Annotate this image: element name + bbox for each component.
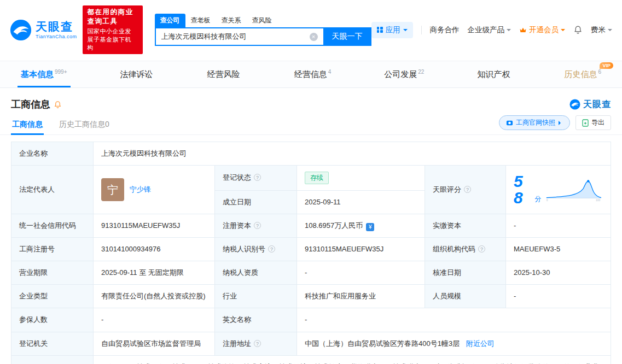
help-icon[interactable] bbox=[254, 174, 261, 181]
promo-banner: 都在用的商业查询工具 国家中小企业发展子基金旗下机构 bbox=[83, 5, 143, 54]
watermark-text: 天眼查 bbox=[583, 99, 611, 110]
tab-badge: 6 bbox=[598, 69, 601, 75]
label-credit-code: 统一社会信用代码 bbox=[11, 214, 94, 237]
search-area: 查公司 查老板 查关系 查风险 天眼一下 bbox=[155, 14, 371, 46]
reg-status-label-text: 登记状态 bbox=[223, 173, 251, 181]
value-industry: 科技推广和应用服务业 bbox=[297, 285, 425, 308]
chevron-down-icon bbox=[608, 29, 612, 33]
export-label: 导出 bbox=[591, 118, 604, 127]
brand-name: 天眼查 bbox=[36, 21, 77, 32]
enterprise-label: 企业级产品 bbox=[468, 25, 505, 35]
tab-legal-proceedings[interactable]: 法律诉讼 bbox=[117, 61, 158, 87]
value-english-name: - bbox=[297, 308, 611, 332]
label-reg-address: 注册地址 bbox=[215, 332, 297, 355]
value-insured-count: - bbox=[94, 308, 215, 332]
username: 费米 bbox=[591, 25, 606, 35]
tab-basic-info[interactable]: 基本信息999+ bbox=[18, 61, 71, 87]
value-taxpayer-id: 91310115MAEUEFW35J bbox=[297, 238, 425, 261]
score-unit: 分 bbox=[534, 194, 541, 206]
tianyancha-watermark: 天眼查 bbox=[569, 99, 611, 110]
tab-business-info[interactable]: 经营信息4 bbox=[291, 61, 335, 87]
value-reg-status: 存续 bbox=[297, 166, 425, 191]
vip-badge: VIP bbox=[600, 62, 613, 69]
value-staff-size: - bbox=[506, 285, 611, 308]
tianyancha-logo[interactable]: 天眼查 TianYanCha.com bbox=[10, 19, 77, 41]
score-trend-chart: 0 100 bbox=[545, 177, 603, 203]
chevron-down-icon bbox=[403, 29, 408, 33]
nav-business-cooperation[interactable]: 商务合作 bbox=[430, 25, 460, 35]
score-axis-tick: 100 bbox=[596, 198, 601, 202]
chevron-down-icon bbox=[507, 29, 511, 33]
tab-label: 法律诉讼 bbox=[120, 69, 153, 79]
subtab-history-business-info[interactable]: 历史工商信息0 bbox=[58, 114, 111, 134]
value-score: 58 分 0 100 bbox=[506, 166, 611, 214]
value-company-name: 上海次元模因科技有限公司 bbox=[94, 142, 611, 166]
help-icon[interactable] bbox=[268, 245, 275, 253]
search-button[interactable]: 天眼一下 bbox=[323, 27, 371, 46]
notification-bell-icon[interactable] bbox=[573, 25, 583, 34]
snapshot-label: 工商官网快照 bbox=[516, 118, 555, 127]
score-axis-tick: 0 bbox=[547, 198, 548, 202]
value-org-code: MAEUEFW3-5 bbox=[506, 238, 611, 261]
value-taxpayer-quality: - bbox=[297, 261, 425, 285]
label-taxpayer-quality: 纳税人资质 bbox=[215, 261, 297, 285]
help-icon[interactable] bbox=[254, 340, 261, 347]
subtab-actions: 工商官网快照 导出 bbox=[499, 115, 611, 133]
user-menu[interactable]: 费米 bbox=[591, 25, 612, 35]
help-icon[interactable] bbox=[254, 222, 261, 229]
label-staff-size: 人员规模 bbox=[425, 285, 506, 308]
subtab-business-info[interactable]: 工商信息 bbox=[11, 114, 44, 134]
label-company-type: 企业类型 bbox=[11, 285, 94, 308]
tab-history-info[interactable]: 历史信息6 VIP bbox=[561, 61, 604, 87]
help-icon[interactable] bbox=[464, 186, 471, 193]
table-row: 工商注册号 310141000934976 纳税人识别号 91310115MAE… bbox=[11, 238, 611, 261]
reg-capital-label-text: 注册资本 bbox=[223, 221, 251, 230]
reg-address-text: 中国（上海）自由贸易试验区芳春路400号1幢3层 bbox=[305, 339, 460, 348]
apps-label: 应用 bbox=[386, 25, 400, 35]
status-badge: 存续 bbox=[305, 172, 329, 184]
tab-company-development[interactable]: 公司发展22 bbox=[381, 61, 427, 87]
table-row: 企业名称 上海次元模因科技有限公司 bbox=[11, 142, 611, 166]
label-legal-rep: 法定代表人 bbox=[11, 166, 94, 214]
search-tab-company[interactable]: 查公司 bbox=[155, 14, 185, 27]
company-section-tabs: 基本信息999+ 法律诉讼 经营风险 经营信息4 公司发展22 知识产权 历史信… bbox=[0, 61, 622, 88]
tianyancha-logo-icon bbox=[10, 19, 32, 41]
nav-open-vip[interactable]: 开通会员 bbox=[519, 25, 565, 35]
apps-menu[interactable]: 应用 bbox=[371, 22, 413, 38]
search-tab-risk[interactable]: 查风险 bbox=[247, 14, 277, 27]
banner-line2: 国家中小企业发展子基金旗下机构 bbox=[88, 27, 138, 52]
chevron-down-icon bbox=[561, 29, 565, 33]
nearby-companies-link[interactable]: 附近公司 bbox=[466, 339, 495, 348]
official-snapshot-button[interactable]: 工商官网快照 bbox=[499, 115, 570, 130]
table-row: 企业类型 有限责任公司(自然人投资或控股) 行业 科技推广和应用服务业 人员规模… bbox=[11, 285, 611, 308]
search-input[interactable] bbox=[155, 27, 323, 46]
value-reg-number: 310141000934976 bbox=[94, 238, 215, 261]
reg-capital-text: 108.6957万人民币 bbox=[305, 221, 363, 230]
subscribe-bell-icon[interactable] bbox=[54, 101, 62, 109]
section-title: 工商信息 bbox=[11, 98, 62, 111]
label-business-term: 营业期限 bbox=[11, 261, 94, 285]
search-tab-boss[interactable]: 查老板 bbox=[185, 14, 216, 27]
search-tabs: 查公司 查老板 查关系 查风险 bbox=[155, 14, 371, 27]
tab-badge: 4 bbox=[328, 69, 332, 75]
banner-line1: 都在用的商业查询工具 bbox=[88, 8, 138, 26]
value-approval-date: 2025-10-30 bbox=[506, 261, 611, 285]
tab-business-risk[interactable]: 经营风险 bbox=[204, 61, 245, 87]
export-button[interactable]: 导出 bbox=[576, 115, 611, 130]
label-reg-number: 工商注册号 bbox=[11, 238, 94, 261]
value-legal-rep: 宁 宁少锋 bbox=[94, 166, 215, 214]
clear-search-icon[interactable] bbox=[310, 33, 318, 41]
help-icon[interactable] bbox=[478, 245, 485, 253]
label-reg-status: 登记状态 bbox=[215, 166, 297, 191]
nav-enterprise-products[interactable]: 企业级产品 bbox=[468, 25, 511, 35]
subtabs-bar: 工商信息 历史工商信息0 工商官网快照 导出 bbox=[0, 114, 622, 135]
apps-grid-icon bbox=[377, 27, 383, 33]
reg-address-label-text: 注册地址 bbox=[223, 339, 251, 348]
tab-intellectual-property[interactable]: 知识产权 bbox=[474, 61, 514, 87]
value-paid-capital: - bbox=[506, 214, 611, 237]
search-tab-relation[interactable]: 查关系 bbox=[216, 14, 247, 27]
legal-rep-name-link[interactable]: 宁少锋 bbox=[130, 184, 151, 195]
capital-detail-icon[interactable] bbox=[366, 223, 374, 231]
value-business-scope: 一般项目：技术服务、技术开发、技术咨询、技术交流、技术转让、技术推广；货物进出口… bbox=[94, 355, 611, 364]
legal-rep-avatar[interactable]: 宁 bbox=[101, 178, 124, 201]
